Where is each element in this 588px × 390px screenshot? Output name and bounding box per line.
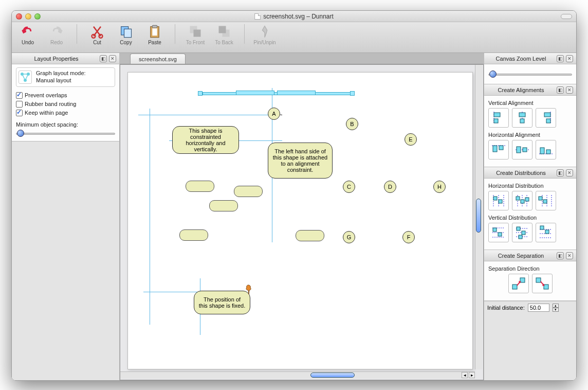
min-spacing-slider[interactable] xyxy=(16,129,115,138)
align-left-button[interactable] xyxy=(488,108,509,128)
to-back-button[interactable]: To Back xyxy=(212,24,236,45)
svg-rect-57 xyxy=(522,231,525,235)
align-center-button[interactable] xyxy=(512,108,532,128)
node-g[interactable]: G xyxy=(343,231,355,243)
node-b[interactable]: B xyxy=(346,118,358,130)
separation-v-button[interactable] xyxy=(532,274,553,293)
canvas-area[interactable]: A B E C D H G F This shape is constraint… xyxy=(120,64,484,380)
shape-fixed[interactable]: The position of this shape is fixed. xyxy=(194,291,250,314)
layout-mode-value: Manual layout xyxy=(36,77,86,84)
node-a[interactable]: A xyxy=(268,108,280,120)
rubber-band-label: Rubber band routing xyxy=(25,101,76,107)
to-front-button[interactable]: To Front xyxy=(183,24,207,45)
initdist-input[interactable] xyxy=(528,304,549,312)
hdist-center-button[interactable] xyxy=(512,191,532,210)
align-bottom-button[interactable] xyxy=(536,140,556,159)
svg-rect-30 xyxy=(540,148,544,154)
align-right-button[interactable] xyxy=(536,108,556,128)
initial-distance-row: Initial distance: ▴ ▾ xyxy=(484,301,576,314)
window-title-text: screenshot.svg – Dunnart xyxy=(263,13,334,20)
to-front-icon xyxy=(188,24,203,39)
svg-rect-18 xyxy=(519,113,525,117)
initdist-up[interactable]: ▴ xyxy=(553,304,559,308)
node-d[interactable]: D xyxy=(384,181,396,193)
undo-button[interactable]: Undo xyxy=(16,24,40,45)
to-back-label: To Back xyxy=(215,40,233,45)
toolbar-toggle[interactable] xyxy=(561,14,572,19)
close-button[interactable] xyxy=(16,13,22,20)
shape-blank[interactable] xyxy=(186,181,214,192)
hdist-left-button[interactable] xyxy=(488,191,509,210)
separation-h-button[interactable] xyxy=(508,274,529,293)
svg-rect-41 xyxy=(521,200,524,203)
svg-rect-40 xyxy=(516,197,520,200)
layout-mode-box[interactable]: Graph layout mode: Manual layout xyxy=(16,67,115,87)
scroll-left-button[interactable]: ◂ xyxy=(462,372,468,378)
copy-button[interactable]: Copy xyxy=(114,24,138,45)
layout-properties-title: Layout Properties xyxy=(15,56,98,62)
close-panel-icon[interactable]: ✕ xyxy=(566,55,573,62)
scroll-right-button[interactable]: ▸ xyxy=(469,372,475,378)
redo-icon xyxy=(49,24,64,39)
layout-properties-header[interactable]: Layout Properties ◧ ✕ xyxy=(12,53,119,64)
separation-header[interactable]: Create Separation ◧ ✕ xyxy=(484,250,576,261)
rubber-band-checkbox[interactable]: Rubber band routing xyxy=(16,101,115,108)
svg-rect-22 xyxy=(546,119,550,123)
keep-within-checkbox[interactable]: Keep within page xyxy=(16,110,115,116)
svg-point-1 xyxy=(99,34,103,38)
vdist-label: Vertical Distribution xyxy=(488,215,572,221)
cut-button[interactable]: Cut xyxy=(85,24,109,45)
horizontal-scrollbar[interactable]: ◂ ▸ xyxy=(120,371,475,379)
pin-button[interactable]: Pin/Unpin xyxy=(253,24,277,45)
node-f[interactable]: F xyxy=(402,231,415,243)
pin-icon xyxy=(244,285,252,295)
paste-button[interactable]: Paste xyxy=(143,24,167,45)
close-panel-icon[interactable]: ✕ xyxy=(566,252,573,259)
prevent-overlaps-checkbox[interactable]: Prevent overlaps xyxy=(16,92,115,99)
svg-rect-5 xyxy=(152,28,157,36)
undock-icon[interactable]: ◧ xyxy=(557,55,564,62)
shape-blank[interactable] xyxy=(234,186,263,197)
shape-blank[interactable] xyxy=(296,230,324,241)
initdist-down[interactable]: ▾ xyxy=(553,308,559,312)
copy-label: Copy xyxy=(120,40,132,45)
zoom-button[interactable] xyxy=(34,13,41,20)
selection-handle[interactable] xyxy=(350,91,355,96)
zoom-panel-header[interactable]: Canvas Zoom Level ◧ ✕ xyxy=(484,53,576,64)
node-e[interactable]: E xyxy=(405,133,417,146)
align-top-button[interactable] xyxy=(488,140,509,159)
node-c[interactable]: C xyxy=(343,181,355,193)
undock-icon[interactable]: ◧ xyxy=(557,86,564,94)
distributions-header[interactable]: Create Distributions ◧ ✕ xyxy=(484,167,576,179)
hdist-right-button[interactable] xyxy=(536,191,556,210)
vertical-scrollbar[interactable] xyxy=(475,65,482,369)
redo-button[interactable]: Redo xyxy=(45,24,68,45)
node-h[interactable]: H xyxy=(433,181,446,193)
zoom-slider[interactable] xyxy=(488,69,572,79)
undock-icon[interactable]: ◧ xyxy=(557,169,564,176)
undo-icon xyxy=(21,24,35,39)
vdist-bottom-button[interactable] xyxy=(536,223,556,242)
shape-attached[interactable]: The left hand side of this shape is atta… xyxy=(268,143,333,179)
svg-rect-27 xyxy=(517,147,521,153)
close-panel-icon[interactable]: ✕ xyxy=(109,55,116,62)
shape-blank[interactable] xyxy=(179,229,208,241)
canvas[interactable]: A B E C D H G F This shape is constraint… xyxy=(127,72,473,369)
vdist-top-button[interactable] xyxy=(488,223,509,242)
align-middle-button[interactable] xyxy=(512,140,532,159)
close-panel-icon[interactable]: ✕ xyxy=(566,169,573,176)
svg-rect-3 xyxy=(124,29,132,37)
selection-segment[interactable] xyxy=(277,91,316,95)
alignments-header[interactable]: Create Alignments ◧ ✕ xyxy=(484,84,576,96)
close-panel-icon[interactable]: ✕ xyxy=(566,86,573,94)
document-tab[interactable]: screenshot.svg xyxy=(130,54,186,64)
shape-blank[interactable] xyxy=(209,200,238,211)
undock-icon[interactable]: ◧ xyxy=(557,252,564,259)
undock-icon[interactable]: ◧ xyxy=(100,55,107,62)
vdist-middle-button[interactable] xyxy=(512,223,532,242)
shape-constrained[interactable]: This shape is constrainted horizontally … xyxy=(172,126,239,154)
minimize-button[interactable] xyxy=(25,13,31,20)
svg-rect-46 xyxy=(539,197,542,200)
traffic-lights xyxy=(12,13,41,20)
initdist-label: Initial distance: xyxy=(487,305,525,311)
